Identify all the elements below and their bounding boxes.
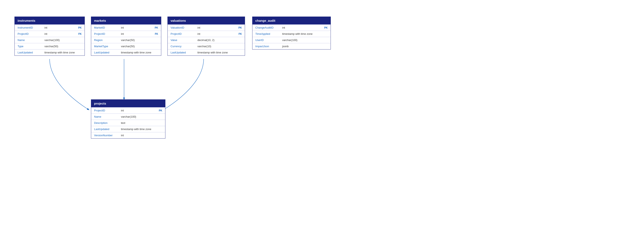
- col-name: ProjectID: [94, 109, 121, 112]
- col-type: varchar(100): [282, 39, 322, 42]
- table-row: Currency varchar(10): [168, 43, 245, 49]
- table-row: LastUpdated timestamp with time zone: [91, 126, 165, 132]
- col-type: decimal(10, 2): [198, 39, 237, 42]
- col-key: PK: [157, 109, 162, 112]
- col-name: Value: [170, 39, 198, 42]
- col-type: timestamp with time zone: [44, 51, 76, 54]
- col-type: int: [121, 109, 157, 112]
- col-name: ValuationID: [170, 26, 198, 29]
- col-name: TimeApplied: [255, 32, 282, 35]
- table-change-audit-header: change_audit: [252, 17, 330, 25]
- col-type: int: [121, 32, 153, 35]
- col-key: PK: [76, 26, 82, 29]
- table-row: Region varchar(50): [91, 37, 161, 43]
- col-name: Name: [94, 115, 121, 118]
- col-name: Region: [94, 39, 121, 42]
- col-name: Name: [18, 39, 44, 42]
- col-name: ProjectID: [94, 32, 121, 35]
- table-row: LastUpdated timestamp with time zone: [168, 49, 245, 56]
- col-key: PK: [322, 26, 328, 29]
- col-name: LastUpdated: [94, 51, 121, 54]
- col-key: FK: [76, 33, 82, 35]
- table-row: ProjectID int FK: [15, 31, 84, 37]
- table-row: Name varchar(100): [15, 37, 84, 43]
- col-name: LastUpdated: [18, 51, 44, 54]
- table-row: MarketID int PK: [91, 25, 161, 31]
- table-projects-header: projects: [91, 100, 165, 107]
- col-key: PK: [237, 26, 242, 29]
- table-row: UserID varchar(100): [252, 37, 330, 43]
- table-row: Value decimal(10, 2): [168, 37, 245, 43]
- col-name: ImpactJson: [255, 45, 282, 48]
- table-markets-header: markets: [91, 17, 161, 25]
- table-row: ProjectID int FK: [91, 31, 161, 37]
- col-type: int: [44, 32, 76, 35]
- table-projects: projects ProjectID int PK Name varchar(1…: [91, 99, 166, 139]
- col-type: int: [121, 26, 153, 29]
- col-name: VersionNumber: [94, 134, 121, 137]
- table-change-audit: change_audit ChangeAuditID int PK TimeAp…: [252, 17, 331, 50]
- col-key: FK: [237, 33, 242, 35]
- col-type: varchar(10): [198, 45, 237, 48]
- col-type: varchar(50): [121, 45, 153, 48]
- diagram-container: instruments InstrumentID int PK ProjectI…: [0, 0, 644, 228]
- col-type: varchar(50): [121, 39, 153, 42]
- table-row: ImpactJson jsonb: [252, 43, 330, 49]
- table-instruments-title: instruments: [18, 19, 35, 22]
- col-name: Description: [94, 121, 121, 125]
- table-row: ProjectID int PK: [91, 107, 165, 113]
- table-projects-title: projects: [94, 102, 106, 105]
- col-key: PK: [153, 26, 158, 29]
- table-instruments: instruments InstrumentID int PK ProjectI…: [14, 17, 85, 56]
- col-type: varchar(100): [44, 39, 76, 42]
- col-name: ChangeAuditID: [255, 26, 282, 29]
- col-name: UserID: [255, 39, 282, 42]
- table-valuations-title: valuations: [170, 19, 186, 22]
- col-type: int: [198, 26, 237, 29]
- col-type: timestamp with time zone: [198, 51, 237, 54]
- table-row: Description text: [91, 120, 165, 126]
- col-name: Type: [18, 45, 44, 48]
- col-type: timestamp with time zone: [121, 51, 153, 54]
- table-valuations: valuations ValuationID int PK ProjectID …: [168, 17, 245, 56]
- table-row: ValuationID int PK: [168, 25, 245, 31]
- table-row: MarketType varchar(50): [91, 43, 161, 49]
- col-name: Currency: [170, 45, 198, 48]
- table-row: VersionNumber int: [91, 132, 165, 138]
- table-row: InstrumentID int PK: [15, 25, 84, 31]
- col-type: varchar(50): [44, 45, 76, 48]
- col-name: MarketID: [94, 26, 121, 29]
- col-name: LastUpdated: [170, 51, 198, 54]
- table-row: LastUpdated timestamp with time zone: [15, 49, 84, 56]
- col-name: InstrumentID: [18, 26, 44, 29]
- table-change-audit-title: change_audit: [255, 19, 276, 22]
- table-row: LastUpdated timestamp with time zone: [91, 49, 161, 56]
- col-name: ProjectID: [18, 32, 44, 35]
- col-type: text: [121, 121, 157, 125]
- col-type: timestamp with time zone: [121, 128, 157, 131]
- col-type: int: [121, 134, 157, 137]
- table-row: Type varchar(50): [15, 43, 84, 49]
- table-markets: markets MarketID int PK ProjectID int FK…: [91, 17, 161, 56]
- col-name: ProjectID: [170, 32, 198, 35]
- col-key: FK: [153, 33, 158, 35]
- table-valuations-header: valuations: [168, 17, 245, 25]
- col-type: varchar(100): [121, 115, 157, 118]
- col-name: MarketType: [94, 45, 121, 48]
- col-type: int: [198, 32, 237, 35]
- table-row: ChangeAuditID int PK: [252, 25, 330, 31]
- table-markets-title: markets: [94, 19, 106, 22]
- col-name: LastUpdated: [94, 128, 121, 131]
- col-type: jsonb: [282, 45, 322, 48]
- table-row: TimeApplied timestamp with time zone: [252, 31, 330, 37]
- col-type: int: [44, 26, 76, 29]
- table-row: ProjectID int FK: [168, 31, 245, 37]
- col-type: timestamp with time zone: [282, 32, 322, 35]
- col-type: int: [282, 26, 322, 29]
- table-instruments-header: instruments: [15, 17, 84, 25]
- table-row: Name varchar(100): [91, 113, 165, 120]
